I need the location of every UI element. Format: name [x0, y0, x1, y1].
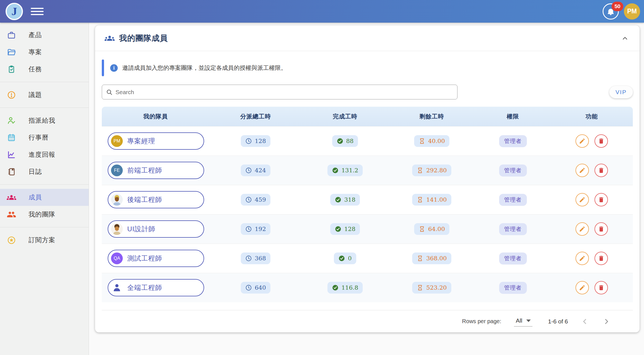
app-logo[interactable]: J — [6, 3, 23, 20]
clock-icon — [245, 196, 252, 203]
app-logo-letter: J — [11, 5, 17, 18]
member-chip[interactable]: PM 專案經理 — [108, 132, 204, 150]
team-icon — [7, 210, 16, 219]
previous-page-button[interactable] — [581, 317, 589, 326]
sidebar-item-progress-report[interactable]: 進度回報 — [0, 146, 89, 163]
next-page-button[interactable] — [602, 317, 610, 326]
search-input[interactable] — [115, 89, 453, 96]
collapse-button[interactable] — [619, 32, 631, 44]
completed-hours-chip: 116.8 — [327, 282, 363, 294]
edit-button[interactable] — [575, 193, 589, 206]
edit-button[interactable] — [575, 134, 589, 148]
hourglass-icon — [417, 167, 423, 174]
notification-badge: 50 — [612, 2, 623, 11]
edit-button[interactable] — [575, 164, 589, 177]
clock-icon — [245, 226, 252, 232]
members-icon — [7, 193, 16, 202]
edit-button[interactable] — [575, 252, 589, 265]
table-row: FE 前端工程師 424 131.2 — [102, 156, 633, 185]
member-chip[interactable]: UI設計師 — [108, 220, 204, 238]
remaining-hours-chip: 292.80 — [412, 165, 451, 176]
sidebar-item-members[interactable]: 成員 — [0, 189, 89, 206]
hourglass-icon — [417, 255, 423, 262]
sidebar-item-label: 產品 — [29, 31, 42, 39]
folder-open-icon — [7, 47, 16, 57]
sidebar-item-products[interactable]: 產品 — [0, 27, 89, 44]
initials-avatar: PM — [111, 135, 123, 147]
sidebar-item-label: 指派給我 — [29, 116, 55, 125]
pencil-icon — [579, 167, 586, 174]
permission-badge: 管理者 — [499, 165, 527, 177]
user-avatar[interactable]: PM — [624, 3, 640, 20]
member-chip[interactable]: 全端工程師 — [108, 279, 204, 296]
assigned-hours-chip: 459 — [241, 194, 270, 206]
edit-button[interactable] — [575, 281, 589, 294]
table-body: PM 專案經理 128 88 — [102, 126, 633, 302]
journal-icon — [7, 167, 16, 177]
member-name: 後端工程師 — [127, 195, 162, 204]
rows-per-page-select[interactable]: All — [514, 316, 532, 327]
pencil-icon — [579, 226, 586, 232]
permission-badge: 管理者 — [499, 282, 527, 294]
star-circle-icon — [7, 235, 16, 245]
main-content: 我的團隊成員 i 邀請成員加入您的專案團隊，並設定各成員的授權與派工權限。 — [89, 23, 644, 355]
sidebar-item-label: 訂閱方案 — [29, 236, 55, 244]
sidebar-item-subscription[interactable]: 訂閱方案 — [0, 232, 89, 249]
sidebar-item-projects[interactable]: 專案 — [0, 44, 89, 61]
search-icon — [106, 89, 113, 96]
permission-badge: 管理者 — [499, 252, 527, 265]
toolbar: VIP — [102, 85, 633, 99]
delete-button[interactable] — [595, 164, 608, 177]
portrait-avatar-brown — [111, 223, 123, 235]
calendar-icon — [7, 133, 16, 142]
menu-toggle-button[interactable] — [31, 6, 44, 16]
table-row: PM 專案經理 128 88 — [102, 126, 633, 156]
delete-button[interactable] — [595, 222, 608, 236]
column-header-assigned: 分派總工時 — [209, 113, 302, 120]
delete-button[interactable] — [595, 281, 608, 294]
info-alert-bar — [102, 59, 104, 76]
app-header: J 50 PM — [0, 0, 644, 23]
rows-per-page-value: All — [516, 317, 522, 324]
member-chip[interactable]: FE 前端工程師 — [108, 162, 204, 179]
check-circle-icon — [335, 226, 341, 232]
person-icon — [111, 282, 123, 294]
edit-button[interactable] — [575, 222, 589, 236]
permission-badge: 管理者 — [499, 223, 527, 235]
chevron-left-icon — [581, 317, 589, 326]
member-name: UI設計師 — [127, 225, 155, 234]
remaining-hours-chip: 523.20 — [412, 282, 451, 294]
completed-hours-chip: 0 — [334, 252, 356, 264]
sidebar-item-issues[interactable]: 議題 — [0, 86, 89, 103]
sidebar-divider — [0, 184, 89, 185]
team-table: 我的隊員 分派總工時 完成工時 剩餘工時 權限 功能 PM 專案經理 — [102, 107, 633, 302]
sidebar-item-journal[interactable]: 日誌 — [0, 163, 89, 180]
sidebar-item-assigned-to-me[interactable]: 指派給我 — [0, 112, 89, 129]
delete-button[interactable] — [595, 252, 608, 265]
delete-button[interactable] — [595, 134, 608, 148]
sidebar-divider — [0, 82, 89, 82]
table-header-row: 我的隊員 分派總工時 完成工時 剩餘工時 權限 功能 — [102, 107, 633, 126]
hourglass-icon — [417, 196, 423, 203]
card-header: 我的團隊成員 — [95, 25, 640, 51]
team-members-card: 我的團隊成員 i 邀請成員加入您的專案團隊，並設定各成員的授權與派工權限。 — [95, 25, 640, 332]
check-circle-icon — [332, 284, 339, 291]
person-check-icon — [7, 116, 16, 125]
sidebar-item-label: 專案 — [29, 48, 42, 56]
trash-icon — [598, 284, 605, 291]
sidebar-item-label: 成員 — [29, 193, 42, 202]
alert-circle-icon — [7, 90, 16, 100]
pencil-icon — [579, 255, 586, 262]
vip-button[interactable]: VIP — [609, 86, 633, 98]
member-name: 全端工程師 — [127, 283, 162, 292]
chevron-up-icon — [621, 35, 629, 42]
sidebar-item-tasks[interactable]: 任務 — [0, 61, 89, 78]
member-name: 測試工程師 — [127, 254, 162, 263]
sidebar-item-my-team[interactable]: 我的團隊 — [0, 206, 89, 223]
delete-button[interactable] — [595, 193, 608, 206]
member-chip[interactable]: 後端工程師 — [108, 191, 204, 208]
sidebar-item-calendar[interactable]: 行事曆 — [0, 129, 89, 146]
completed-hours-chip: 128 — [330, 223, 360, 235]
member-chip[interactable]: QA 測試工程師 — [108, 250, 204, 267]
trash-icon — [598, 226, 605, 232]
